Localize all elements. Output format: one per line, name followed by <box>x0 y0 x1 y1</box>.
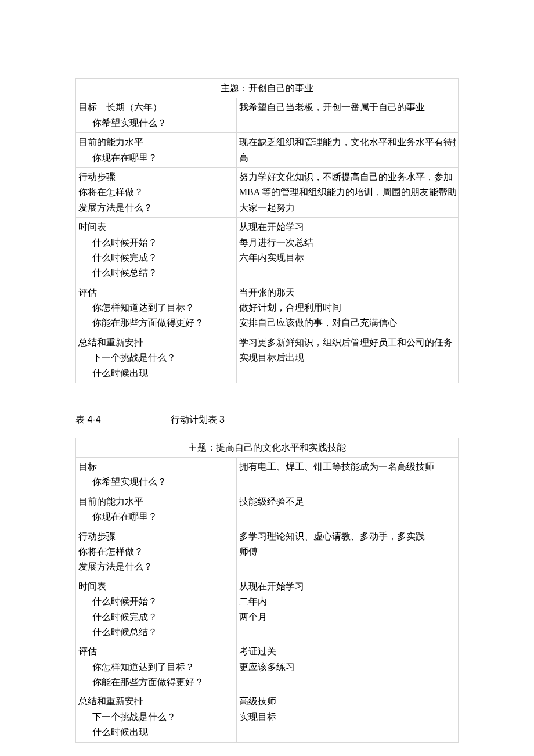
row-value-line: 考证过关 <box>239 644 456 659</box>
table2-caption: 表 4-4行动计划表 3 <box>75 412 459 427</box>
row-label-cell: 目标 长期（六年）你希望实现什么？ <box>76 98 237 133</box>
row-label-cell: 目标你希望实现什么？ <box>76 458 237 492</box>
row-value-line: 从现在开始学习 <box>239 219 456 235</box>
row-label-cell: 评估你怎样知道达到了目标？你能在那些方面做得更好？ <box>76 283 237 333</box>
table-row: 行动步骤你将在怎样做？发展方法是什么？多学习理论知识、虚心请教、多动手，多实践师… <box>76 527 459 577</box>
row-value-line: 大家一起努力 <box>239 200 456 215</box>
row-label-line: 什么时候完成？ <box>78 250 234 265</box>
table-row: 目前的能力水平你现在在哪里？技能级经验不足 <box>76 492 459 527</box>
row-label-line: 评估 <box>78 285 234 300</box>
row-label-line: 什么时候总结？ <box>78 265 234 280</box>
row-label-line: 总结和重新安排 <box>78 694 234 709</box>
row-value-line: 努力学好文化知识，不断提高自己的业务水平，参加 <box>239 170 456 185</box>
row-label-line: 你现在在哪里？ <box>78 150 234 165</box>
row-value-cell: 努力学好文化知识，不断提高自己的业务水平，参加MBA 等的管理和组织能力的培训，… <box>236 167 458 217</box>
row-value-cell: 拥有电工、焊工、钳工等技能成为一名高级技师 <box>236 458 458 492</box>
row-label-line: 时间表 <box>78 219 234 235</box>
row-value-line: 高级技师 <box>239 694 456 709</box>
row-label-cell: 目前的能力水平你现在在哪里？ <box>76 133 237 168</box>
row-label-line: 目标 <box>78 459 234 474</box>
row-value-line: 当开张的那天 <box>239 285 456 300</box>
row-label-line: 什么时候总结？ <box>78 625 234 640</box>
row-value-line: 更应该多练习 <box>239 660 456 675</box>
row-label-line: 你将在怎样做？ <box>78 544 234 559</box>
row-label-line: 你能在那些方面做得更好？ <box>78 315 234 330</box>
row-value-line: 拥有电工、焊工、钳工等技能成为一名高级技师 <box>239 459 456 474</box>
table1-title: 主题：开创自己的事业 <box>76 79 459 98</box>
row-value-line: 每月进行一次总结 <box>239 235 456 250</box>
row-value-line: 安排自己应该做的事，对自己充满信心 <box>239 315 456 330</box>
row-value-line: 两个月 <box>239 610 456 625</box>
row-value-cell: 考证过关更应该多练习 <box>236 642 458 692</box>
action-plan-table-1: 主题：开创自己的事业 目标 长期（六年）你希望实现什么？我希望自己当老板，开创一… <box>75 78 459 383</box>
row-value-line: 实现目标 <box>239 710 456 725</box>
action-plan-table-2: 主题：提高自己的文化水平和实践技能 目标你希望实现什么？拥有电工、焊工、钳工等技… <box>75 438 459 743</box>
row-label-line: 你希望实现什么？ <box>78 474 234 489</box>
row-value-cell: 学习更多新鲜知识，组织后管理好员工和公司的任务实现目标后出现 <box>236 333 458 383</box>
row-value-line: 做好计划，合理利用时间 <box>239 300 456 315</box>
caption-title: 行动计划表 3 <box>171 415 225 424</box>
row-label-line: 你怎样知道达到了目标？ <box>78 300 234 315</box>
row-value-cell: 从现在开始学习每月进行一次总结六年内实现目标 <box>236 218 458 283</box>
table1-body: 目标 长期（六年）你希望实现什么？我希望自己当老板，开创一番属于自己的事业目前的… <box>76 98 459 383</box>
table-row: 评估你怎样知道达到了目标？你能在那些方面做得更好？考证过关更应该多练习 <box>76 642 459 692</box>
row-label-line: 你现在在哪里？ <box>78 509 234 524</box>
row-label-line: 行动步骤 <box>78 170 234 185</box>
row-label-line: 什么时候完成？ <box>78 610 234 625</box>
row-value-line: 多学习理论知识、虚心请教、多动手，多实践 <box>239 529 456 544</box>
row-label-cell: 时间表什么时候开始？什么时候完成？什么时候总结？ <box>76 577 237 642</box>
row-value-line: 我希望自己当老板，开创一番属于自己的事业 <box>239 100 456 115</box>
row-label-cell: 评估你怎样知道达到了目标？你能在那些方面做得更好？ <box>76 642 237 692</box>
table-row: 总结和重新安排下一个挑战是什么？什么时候出现学习更多新鲜知识，组织后管理好员工和… <box>76 333 459 383</box>
row-label-line: 什么时候开始？ <box>78 594 234 609</box>
row-label-line: 评估 <box>78 644 234 659</box>
row-label-line: 下一个挑战是什么？ <box>78 710 234 725</box>
row-label-line: 什么时候开始？ <box>78 235 234 250</box>
row-value-line: 师傅 <box>239 544 456 559</box>
table-row: 时间表什么时候开始？什么时候完成？什么时候总结？从现在开始学习二年内两个月 <box>76 577 459 642</box>
row-value-line: 高 <box>239 150 456 165</box>
row-value-cell: 当开张的那天做好计划，合理利用时间安排自己应该做的事，对自己充满信心 <box>236 283 458 333</box>
row-label-line: 你将在怎样做？ <box>78 185 234 200</box>
row-value-line: 从现在开始学习 <box>239 579 456 594</box>
row-value-line: MBA 等的管理和组织能力的培训，周围的朋友能帮助我 <box>239 185 456 200</box>
row-label-line: 什么时候出现 <box>78 725 234 740</box>
row-label-line: 你希望实现什么？ <box>78 116 234 131</box>
row-label-line: 什么时候出现 <box>78 366 234 381</box>
row-value-cell: 我希望自己当老板，开创一番属于自己的事业 <box>236 98 458 133</box>
table-row: 时间表什么时候开始？什么时候完成？什么时候总结？从现在开始学习每月进行一次总结六… <box>76 218 459 283</box>
table-row: 总结和重新安排下一个挑战是什么？什么时候出现高级技师实现目标 <box>76 692 459 742</box>
row-label-line: 目前的能力水平 <box>78 494 234 509</box>
table-row: 评估你怎样知道达到了目标？你能在那些方面做得更好？当开张的那天做好计划，合理利用… <box>76 283 459 333</box>
row-label-cell: 时间表什么时候开始？什么时候完成？什么时候总结？ <box>76 218 237 283</box>
row-value-line: 实现目标后出现 <box>239 350 456 365</box>
table-row: 目标 长期（六年）你希望实现什么？我希望自己当老板，开创一番属于自己的事业 <box>76 98 459 133</box>
row-label-line: 你能在那些方面做得更好？ <box>78 675 234 690</box>
row-value-cell: 现在缺乏组织和管理能力，文化水平和业务水平有待提高 <box>236 133 458 168</box>
caption-number: 表 4-4 <box>75 415 101 424</box>
table2-title: 主题：提高自己的文化水平和实践技能 <box>76 438 459 457</box>
row-value-line: 二年内 <box>239 594 456 609</box>
row-label-line: 时间表 <box>78 579 234 594</box>
table-row: 目前的能力水平你现在在哪里？现在缺乏组织和管理能力，文化水平和业务水平有待提高 <box>76 133 459 168</box>
row-label-line: 下一个挑战是什么？ <box>78 350 234 365</box>
row-label-cell: 目前的能力水平你现在在哪里？ <box>76 492 237 527</box>
row-label-cell: 行动步骤你将在怎样做？发展方法是什么？ <box>76 527 237 577</box>
row-label-line: 目前的能力水平 <box>78 135 234 150</box>
row-value-cell: 技能级经验不足 <box>236 492 458 527</box>
row-label-line: 你怎样知道达到了目标？ <box>78 660 234 675</box>
row-value-line: 学习更多新鲜知识，组织后管理好员工和公司的任务 <box>239 335 456 350</box>
row-value-cell: 高级技师实现目标 <box>236 692 458 742</box>
row-value-line: 现在缺乏组织和管理能力，文化水平和业务水平有待提 <box>239 135 456 150</box>
row-label-line: 总结和重新安排 <box>78 335 234 350</box>
row-label-cell: 行动步骤你将在怎样做？发展方法是什么？ <box>76 167 237 217</box>
row-label-line: 发展方法是什么？ <box>78 559 234 574</box>
row-label-cell: 总结和重新安排下一个挑战是什么？什么时候出现 <box>76 333 237 383</box>
row-label-line: 发展方法是什么？ <box>78 200 234 215</box>
row-label-line: 目标 长期（六年） <box>78 100 234 115</box>
row-label-cell: 总结和重新安排下一个挑战是什么？什么时候出现 <box>76 692 237 742</box>
table2-body: 目标你希望实现什么？拥有电工、焊工、钳工等技能成为一名高级技师目前的能力水平你现… <box>76 458 459 743</box>
row-value-line: 技能级经验不足 <box>239 494 456 509</box>
table-row: 目标你希望实现什么？拥有电工、焊工、钳工等技能成为一名高级技师 <box>76 458 459 492</box>
row-value-cell: 多学习理论知识、虚心请教、多动手，多实践师傅 <box>236 527 458 577</box>
